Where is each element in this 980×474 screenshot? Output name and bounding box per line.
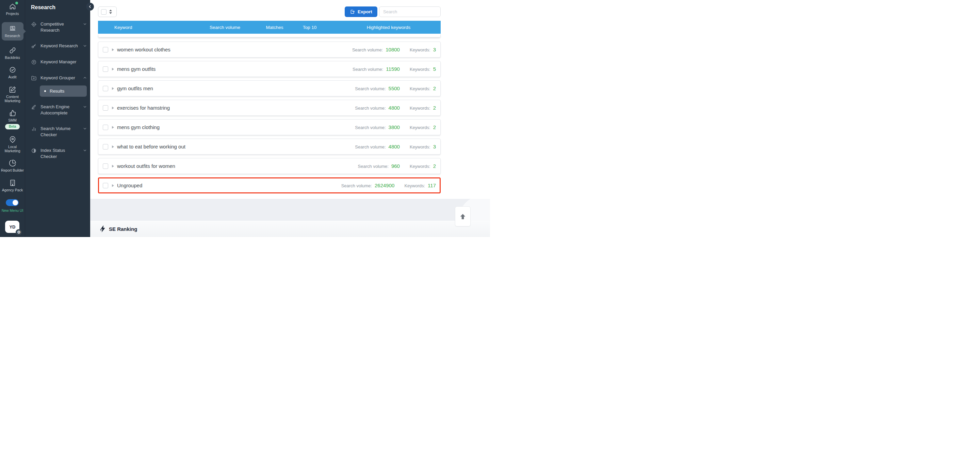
row-checkbox[interactable] [103, 47, 108, 53]
row-checkbox[interactable] [103, 183, 108, 188]
group-name: Ungrouped [117, 182, 142, 188]
rail-item-backlinks[interactable]: Backlinks [1, 47, 24, 60]
rail-item-smm[interactable]: SMM [1, 109, 24, 122]
column-header-matches[interactable]: Matches [266, 25, 283, 30]
keywords-label: Keywords: [410, 86, 430, 91]
search-volume-label: Search volume: [352, 47, 383, 53]
select-all-control[interactable] [98, 6, 117, 17]
arrow-up-icon [459, 213, 466, 220]
keywords-label: Keywords: [404, 183, 425, 188]
chevron-down-icon [83, 44, 87, 48]
beta-badge: Beta [5, 124, 20, 129]
bullet-dot [44, 90, 46, 92]
row-metrics: Search volume: 11590 Keywords: 5 [353, 66, 436, 72]
key-icon [31, 43, 37, 49]
chevron-down-icon [83, 105, 87, 109]
search-volume-value: 11590 [386, 66, 400, 72]
settings-gear-icon[interactable]: ⚙ [16, 229, 22, 235]
column-header-search-volume[interactable]: Search volume [210, 25, 240, 30]
row-checkbox[interactable] [103, 124, 108, 130]
se-ranking-brand[interactable]: SE Ranking [100, 225, 137, 233]
rail-item-local-marketing[interactable]: Local Marketing [1, 136, 24, 153]
export-button[interactable]: Export [345, 6, 377, 17]
rail-item-content-marketing[interactable]: Content Marketing [1, 86, 24, 103]
expand-caret-icon[interactable] [112, 126, 114, 129]
keyword-group-row[interactable]: mens gym clothing Search volume: 3800 Ke… [98, 119, 441, 135]
search-volume-label: Search volume: [355, 125, 385, 130]
keywords-label: Keywords: [410, 144, 430, 150]
row-metrics: Search volume: 5500 Keywords: 2 [355, 85, 436, 91]
rail-item-report-builder[interactable]: Report Builder [1, 160, 24, 172]
keyword-group-row[interactable]: gym outfits men Search volume: 5500 Keyw… [98, 80, 441, 96]
rail-item-label: Report Builder [1, 168, 24, 172]
nav-item-search-volume-checker[interactable]: Search Volume Checker [31, 126, 87, 137]
expand-caret-icon[interactable] [112, 145, 114, 148]
chevron-down-icon [83, 127, 87, 131]
nav-item-keyword-grouper[interactable]: Keyword Grouper [31, 75, 87, 81]
search-volume-value: 4800 [388, 105, 400, 111]
rail-item-label: Agency Pack [2, 188, 23, 192]
row-checkbox[interactable] [103, 86, 108, 91]
half-circle-icon [31, 148, 37, 153]
rail-item-label: Audit [8, 75, 17, 79]
rail-item-audit[interactable]: Audit [1, 66, 24, 79]
keywords-value: 3 [433, 47, 436, 53]
expand-caret-icon[interactable] [112, 107, 114, 109]
keyword-group-row[interactable]: exercises for hamstring Search volume: 4… [98, 100, 441, 116]
rail-item-projects[interactable]: Projects [1, 3, 24, 16]
user-avatar[interactable]: YD ⚙ [5, 221, 19, 233]
row-metrics: Search volume: 4800 Keywords: 3 [355, 144, 436, 150]
sort-down-icon [109, 12, 112, 14]
nav-item-keyword-research[interactable]: Keyword Research [31, 43, 87, 49]
bar-chart-icon [31, 126, 37, 132]
nav-item-label: Search Volume Checker [40, 126, 79, 137]
rail-item-agency-pack[interactable]: Agency Pack [1, 179, 24, 192]
select-all-checkbox[interactable] [101, 9, 107, 14]
keyword-group-row[interactable]: women workout clothes Search volume: 108… [98, 41, 441, 57]
nav-item-index-status-checker[interactable]: Index Status Checker [31, 147, 87, 160]
search-input[interactable] [379, 6, 441, 17]
column-header-highlighted-keywords[interactable]: Highlighted keywords [367, 25, 410, 30]
row-checkbox[interactable] [103, 163, 108, 169]
search-volume-value: 960 [391, 163, 400, 169]
sidebar-collapse-button[interactable] [86, 3, 94, 11]
avatar-initials: YD [9, 224, 15, 230]
expand-caret-icon[interactable] [112, 48, 114, 51]
footer: SE Ranking [90, 221, 490, 237]
sort-up-icon [109, 10, 112, 11]
rail-item-label: Research [5, 34, 20, 38]
row-checkbox[interactable] [103, 105, 108, 111]
column-header-keyword[interactable]: Keyword [115, 25, 132, 30]
rail-item-label: SMM [8, 118, 17, 122]
building-icon [9, 179, 16, 187]
keyword-group-row[interactable]: what to eat before working out Search vo… [98, 139, 441, 155]
keywords-label: Keywords: [410, 47, 430, 53]
nav-item-competitive-research[interactable]: Competitive Research [31, 21, 87, 33]
export-label: Export [358, 9, 372, 14]
search-volume-label: Search volume: [353, 67, 383, 72]
rail-item-research[interactable]: Research [2, 22, 24, 40]
expand-caret-icon[interactable] [112, 68, 114, 70]
search-volume-value: 4800 [388, 144, 400, 150]
expand-caret-icon[interactable] [112, 165, 114, 168]
search-volume-label: Search volume: [341, 183, 372, 188]
expand-caret-icon[interactable] [112, 87, 114, 90]
chevron-down-icon [83, 148, 87, 152]
new-menu-toggle[interactable] [6, 199, 19, 206]
nav-subitem-results[interactable]: Results [40, 85, 87, 97]
column-header-top10[interactable]: Top 10 [303, 25, 317, 30]
row-checkbox[interactable] [103, 66, 108, 72]
audit-check-icon [9, 66, 16, 73]
keyword-group-row[interactable]: mens gym outfits Search volume: 11590 Ke… [98, 61, 441, 77]
scroll-to-top-button[interactable] [455, 206, 471, 227]
keyword-group-row[interactable]: Ungrouped Search volume: 2624900 Keyword… [98, 177, 441, 193]
nav-item-search-engine-autocomplete[interactable]: Search Engine Autocomplete [31, 104, 87, 116]
chevron-down-icon [83, 22, 87, 26]
pie-chart-icon [9, 160, 16, 167]
row-checkbox[interactable] [103, 144, 108, 150]
nav-item-keyword-manager[interactable]: Keyword Manager [31, 59, 87, 65]
nav-item-label: Keyword Manager [40, 59, 87, 65]
expand-caret-icon[interactable] [112, 184, 114, 187]
keyword-group-row[interactable]: workout outfits for women Search volume:… [98, 158, 441, 174]
sort-toggle[interactable] [109, 10, 112, 14]
